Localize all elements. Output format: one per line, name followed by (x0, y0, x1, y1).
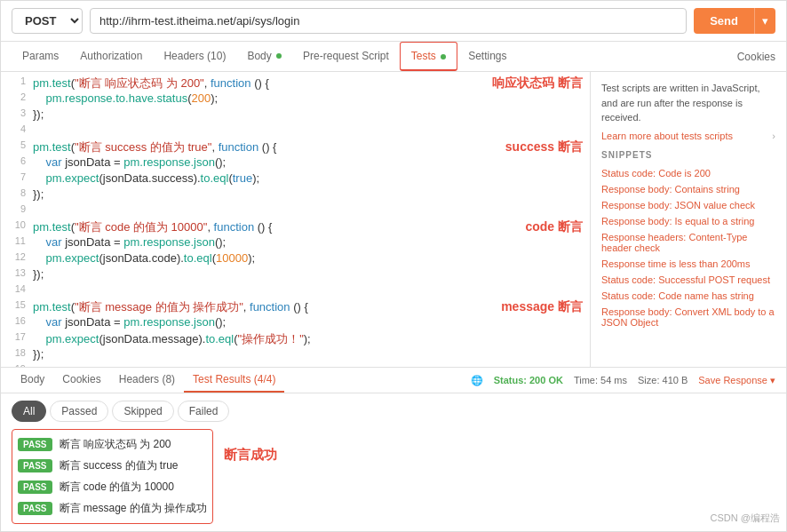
code-line-14: 14 (1, 283, 590, 299)
code-line-6: 6 var jsonData = pm.response.json(); (1, 155, 590, 171)
annotation-1: 响应状态码 断言 (492, 75, 583, 91)
annotation-10: code 断言 (525, 219, 583, 235)
snippet-equal-string[interactable]: Response body: Is equal to a string (601, 213, 775, 229)
cookies-button[interactable]: Cookies (737, 51, 775, 63)
bottom-tabs-bar: Body Cookies Headers (8) Test Results (4… (1, 368, 786, 393)
code-scroll[interactable]: 1 pm.test("断言 响应状态码 为 200", function () … (1, 72, 590, 367)
method-select[interactable]: POST (12, 8, 83, 34)
code-line-19: 19 (1, 363, 590, 367)
snippet-contains-string[interactable]: Response body: Contains string (601, 181, 775, 197)
app-container: POST Send ▾ Params Authorization Headers… (0, 0, 787, 532)
code-line-11: 11 var jsonData = pm.response.json(); (1, 235, 590, 251)
bottom-tab-cookies[interactable]: Cookies (53, 368, 109, 393)
filter-passed[interactable]: Passed (50, 401, 108, 422)
save-response-button[interactable]: Save Response ▾ (698, 375, 775, 386)
learn-link[interactable]: Learn more about tests scripts (601, 131, 733, 141)
status-ok: Status: 200 OK (494, 375, 563, 386)
code-wrapper: 1 pm.test("断言 响应状态码 为 200", function () … (1, 72, 590, 367)
snippets-list: Status code: Code is 200 Response body: … (601, 165, 775, 330)
send-dropdown-button[interactable]: ▾ (754, 8, 775, 34)
globe-icon: 🌐 (471, 375, 483, 386)
bottom-tab-body[interactable]: Body (12, 368, 53, 393)
send-group: Send ▾ (694, 8, 775, 34)
pass-badge-4: PASS (18, 502, 52, 515)
bottom-section: Body Cookies Headers (8) Test Results (4… (1, 367, 786, 531)
test-label-1: 断言 响应状态码 为 200 (60, 437, 171, 452)
code-line-13: 13 }); (1, 267, 590, 283)
tab-params[interactable]: Params (12, 43, 69, 71)
code-line-18: 18 }); (1, 347, 590, 363)
code-line-17: 17 pm.expect(jsonData.message).to.eql("操… (1, 331, 590, 347)
tab-tests[interactable]: Tests (400, 42, 457, 71)
test-label-3: 断言 code 的值为 10000 (60, 480, 174, 495)
test-item-3: PASS 断言 code 的值为 10000 (18, 478, 207, 496)
test-item-4: PASS 断言 message 的值为 操作成功 (18, 499, 207, 518)
snippet-code-name[interactable]: Status code: Code name has string (601, 288, 775, 304)
filter-failed[interactable]: Failed (178, 401, 230, 422)
time-info: Time: 54 ms (574, 375, 627, 386)
intro-text: Test scripts are written in JavaScript, … (601, 81, 775, 125)
code-line-3: 3 }); (1, 107, 590, 123)
status-info: 🌐 Status: 200 OK Time: 54 ms Size: 410 B… (471, 375, 775, 386)
code-line-16: 16 var jsonData = pm.response.json(); (1, 315, 590, 331)
code-editor: 1 pm.test("断言 响应状态码 为 200", function () … (1, 72, 591, 367)
code-line-4: 4 (1, 123, 590, 139)
top-bar: POST Send ▾ (1, 1, 786, 42)
code-line-1: 1 pm.test("断言 响应状态码 为 200", function () … (1, 75, 590, 91)
success-annotation: 断言成功 (224, 429, 277, 464)
pass-badge-3: PASS (18, 480, 52, 494)
code-line-7: 7 pm.expect(jsonData.success).to.eql(tru… (1, 171, 590, 187)
annotation-15: message 断言 (501, 299, 583, 315)
tab-body[interactable]: Body (236, 43, 292, 71)
watermark: CSDN @编程浩 (711, 512, 780, 525)
nav-tabs: Params Authorization Headers (10) Body P… (1, 42, 786, 72)
snippet-post-success[interactable]: Status code: Successful POST request (601, 272, 775, 288)
tab-authorization[interactable]: Authorization (69, 43, 153, 71)
bottom-tab-testresults[interactable]: Test Results (4/4) (184, 368, 284, 393)
pass-badge-2: PASS (18, 459, 52, 472)
code-line-8: 8 }); (1, 187, 590, 203)
test-label-4: 断言 message 的值为 操作成功 (60, 501, 208, 516)
code-line-2: 2 pm.response.to.have.status(200); (1, 91, 590, 107)
code-line-9: 9 (1, 203, 590, 219)
snippet-response-time[interactable]: Response time is less than 200ms (601, 256, 775, 272)
test-label-2: 断言 success 的值为 true (60, 458, 179, 473)
tab-prerequest[interactable]: Pre-request Script (292, 43, 400, 71)
url-input[interactable] (90, 8, 687, 34)
tab-headers[interactable]: Headers (10) (153, 43, 236, 71)
test-results-area: All Passed Skipped Failed PASS 断言 响应状态码 … (1, 393, 786, 531)
snippet-xml-to-json[interactable]: Response body: Convert XML body to a JSO… (601, 304, 775, 330)
right-panel: Test scripts are written in JavaScript, … (591, 72, 786, 367)
test-items-list: PASS 断言 响应状态码 为 200 PASS 断言 success 的值为 … (12, 429, 213, 524)
snippets-header: SNIPPETS (601, 150, 775, 160)
snippet-status-200[interactable]: Status code: Code is 200 (601, 165, 775, 181)
snippet-content-type[interactable]: Response headers: Content-Type header ch… (601, 229, 775, 256)
code-line-15: 15 pm.test("断言 message 的值为 操作成功", functi… (1, 299, 590, 315)
test-item-1: PASS 断言 响应状态码 为 200 (18, 435, 207, 454)
filter-tabs: All Passed Skipped Failed (12, 401, 775, 422)
snippet-json-value[interactable]: Response body: JSON value check (601, 197, 775, 213)
pass-badge-1: PASS (18, 438, 52, 451)
filter-all[interactable]: All (12, 401, 46, 422)
code-line-5: 5 pm.test("断言 success 的值为 true", functio… (1, 139, 590, 155)
filter-skipped[interactable]: Skipped (112, 401, 173, 422)
code-line-12: 12 pm.expect(jsonData.code).to.eql(10000… (1, 251, 590, 267)
send-button[interactable]: Send (694, 8, 754, 34)
main-content: 1 pm.test("断言 响应状态码 为 200", function () … (1, 72, 786, 367)
annotation-5: success 断言 (505, 139, 583, 155)
bottom-tab-headers[interactable]: Headers (8) (110, 368, 184, 393)
test-item-2: PASS 断言 success 的值为 true (18, 457, 207, 475)
code-line-10: 10 pm.test("断言 code 的值为 10000", function… (1, 219, 590, 235)
size-info: Size: 410 B (638, 375, 688, 386)
tab-settings[interactable]: Settings (457, 43, 517, 71)
